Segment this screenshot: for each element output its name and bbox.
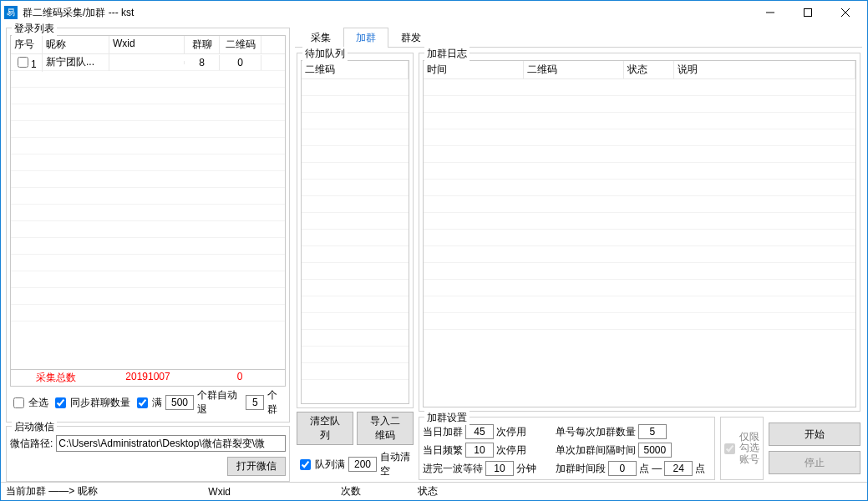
col-wxid[interactable]: Wxid xyxy=(109,36,185,53)
app-icon: 易 xyxy=(4,6,18,19)
start-wechat-group: 启动微信 微信路径: 打开微信 xyxy=(6,426,290,482)
full-threshold-input[interactable] xyxy=(165,395,194,410)
cell-nick: 新宁团队... xyxy=(43,54,109,71)
cell-wxid xyxy=(109,61,185,64)
row-checkbox[interactable] xyxy=(18,57,28,68)
status-wxid-label: Wxid xyxy=(208,486,231,498)
period-to-input[interactable] xyxy=(664,461,693,476)
log-col-desc[interactable]: 说明 xyxy=(674,61,855,78)
status-count-label: 次数 xyxy=(341,484,361,498)
tab-bar: 采集 加群 群发 xyxy=(295,28,862,48)
open-wechat-button[interactable]: 打开微信 xyxy=(227,457,286,476)
sync-groupchat-checkbox[interactable]: 同步群聊数量 xyxy=(52,395,130,411)
cell-gc: 8 xyxy=(185,55,220,70)
tab-collect[interactable]: 采集 xyxy=(298,28,343,48)
queue-col-qr[interactable]: 二维码 xyxy=(302,61,409,78)
status-bar: 当前加群 ——> 昵称 Wxid 次数 状态 xyxy=(1,482,867,500)
col-seq[interactable]: 序号 xyxy=(11,36,43,53)
tab-join[interactable]: 加群 xyxy=(343,28,388,48)
wechat-path-label: 微信路径: xyxy=(10,437,53,451)
status-nick-label: 昵称 xyxy=(78,484,98,498)
minimize-button[interactable] xyxy=(751,1,789,24)
daily-freq-input[interactable] xyxy=(465,443,494,458)
login-list-group: 登录列表 序号 昵称 Wxid 群聊 二维码 1 新宁团队... xyxy=(6,28,290,423)
queue-group: 待加队列 二维码 xyxy=(297,53,414,408)
only-checked-checkbox[interactable]: 仅限勾选账号 xyxy=(721,432,763,465)
titlebar: 易 群二维码采集/加群 --- kst xyxy=(1,1,867,24)
total-label: 采集总数 xyxy=(11,370,101,386)
col-groupchat[interactable]: 群聊 xyxy=(185,36,220,53)
queue-title: 待加队列 xyxy=(302,47,348,61)
table-row[interactable]: 1 新宁团队... 8 0 xyxy=(11,54,285,71)
login-table[interactable]: 序号 昵称 Wxid 群聊 二维码 1 新宁团队... 8 xyxy=(10,35,286,370)
login-footer: 采集总数 20191007 0 xyxy=(10,370,286,387)
log-col-time[interactable]: 时间 xyxy=(424,61,524,78)
auto-exit-checkbox[interactable]: 满 xyxy=(134,395,162,411)
window-title: 群二维码采集/加群 --- kst xyxy=(23,6,751,20)
col-nick[interactable]: 昵称 xyxy=(43,36,109,53)
tab-mass[interactable]: 群发 xyxy=(388,28,434,48)
queue-table[interactable]: 二维码 xyxy=(301,60,409,404)
daily-join-input[interactable] xyxy=(465,424,494,439)
start-button[interactable]: 开始 xyxy=(769,423,860,446)
cell-qr: 0 xyxy=(220,55,261,70)
status-prefix: 当前加群 ——> xyxy=(6,484,74,498)
maximize-button[interactable] xyxy=(789,1,826,24)
auto-clear-threshold-input[interactable] xyxy=(348,457,377,472)
wechat-path-input[interactable] xyxy=(56,435,286,452)
select-all-checkbox[interactable]: 全选 xyxy=(10,395,48,411)
stop-button[interactable]: 停止 xyxy=(769,451,860,474)
close-button[interactable] xyxy=(826,1,864,24)
auto-clear-checkbox[interactable]: 队列满 xyxy=(297,457,345,473)
col-qrcode[interactable]: 二维码 xyxy=(220,36,261,53)
total-count: 0 xyxy=(195,370,285,386)
log-col-qr[interactable]: 二维码 xyxy=(524,61,624,78)
login-list-title: 登录列表 xyxy=(12,22,57,36)
join-log-title: 加群日志 xyxy=(424,47,470,61)
join-log-group: 加群日志 时间 二维码 状态 说明 xyxy=(419,53,860,412)
import-qr-button[interactable]: 导入二维码 xyxy=(357,412,414,445)
log-table[interactable]: 时间 二维码 状态 说明 xyxy=(423,60,856,407)
total-date: 20191007 xyxy=(103,370,193,386)
clear-queue-button[interactable]: 清空队列 xyxy=(297,412,353,445)
period-from-input[interactable] xyxy=(608,461,637,476)
status-state-label: 状态 xyxy=(418,484,438,498)
svg-rect-1 xyxy=(804,9,811,17)
join-settings-title: 加群设置 xyxy=(424,411,470,425)
per-account-input[interactable] xyxy=(638,424,667,439)
start-wechat-title: 启动微信 xyxy=(12,420,57,434)
wave-wait-input[interactable] xyxy=(485,461,514,476)
log-col-status[interactable]: 状态 xyxy=(624,61,674,78)
join-settings-group: 加群设置 当日加群次停用 单号每次加群数量 当日频繁次停用 单次加群间隔时间 进… xyxy=(419,417,715,480)
interval-input[interactable] xyxy=(638,443,672,458)
exit-count-input[interactable] xyxy=(246,395,264,410)
only-checked-group: 仅限勾选账号 xyxy=(720,417,764,480)
